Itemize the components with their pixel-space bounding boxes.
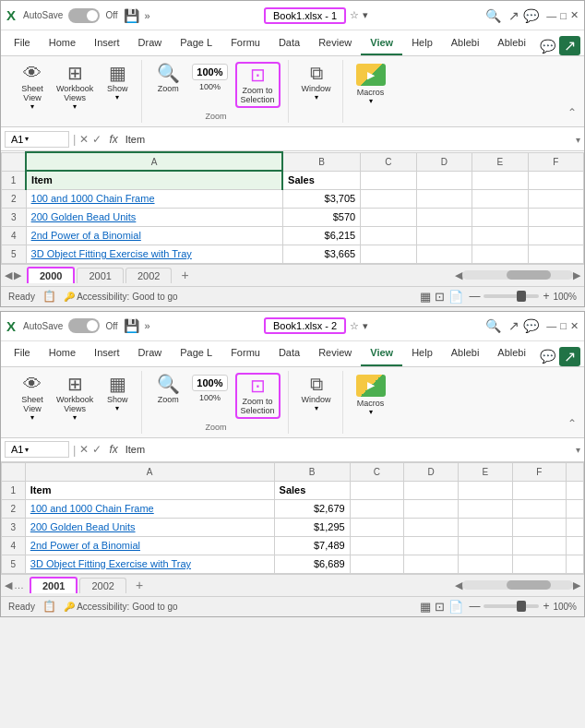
col-c-header-2[interactable]: C xyxy=(350,462,404,481)
share-icon-2[interactable]: ↗ xyxy=(508,318,519,333)
save-icon-2[interactable]: 💾 xyxy=(124,318,139,333)
maximize-btn[interactable]: □ xyxy=(560,10,567,21)
tab-formulas[interactable]: Formu xyxy=(221,30,269,55)
cell-f2[interactable] xyxy=(528,189,583,208)
page-break-view-icon-2[interactable]: ⊡ xyxy=(435,600,445,614)
cell-2-a5[interactable]: 3D Object Fitting Exercise with Tray xyxy=(25,555,274,573)
col-a-header-2[interactable]: A xyxy=(25,462,274,481)
share-icon[interactable]: ↗ xyxy=(508,8,519,23)
horizontal-scrollbar-2[interactable] xyxy=(462,580,573,590)
tab-insert[interactable]: Insert xyxy=(85,30,129,55)
autosave-toggle-2[interactable] xyxy=(68,318,100,333)
cell-2-f3[interactable] xyxy=(512,518,567,536)
zoom-track[interactable] xyxy=(484,294,539,298)
cell-d1[interactable] xyxy=(416,171,472,189)
cell-mode-icon-2[interactable]: 📋 xyxy=(42,600,56,613)
cell-f4[interactable] xyxy=(528,226,583,245)
close-btn-2[interactable]: ✕ xyxy=(570,320,579,332)
tab-ablebi-2[interactable]: Ablebi xyxy=(488,30,535,55)
tab-back-icon[interactable]: ◀ xyxy=(5,579,12,591)
cell-2-b5[interactable]: $6,689 xyxy=(274,555,350,573)
cell-mode-icon[interactable]: 📋 xyxy=(42,290,56,303)
tab-ellipsis[interactable]: … xyxy=(14,579,24,591)
zoom-plus-btn[interactable]: + xyxy=(543,290,549,303)
col-a-header[interactable]: A xyxy=(26,152,282,171)
cell-2-c4[interactable] xyxy=(350,536,404,555)
cell-2-d5[interactable] xyxy=(404,555,459,573)
macros-button-2[interactable]: ▶ Macros ▾ xyxy=(352,373,389,418)
tab-draw[interactable]: Draw xyxy=(129,30,172,55)
cell-2-d2[interactable] xyxy=(404,499,459,518)
cell-2-c3[interactable] xyxy=(350,518,404,536)
zoom-to-selection-button[interactable]: ⊡ Zoom toSelection xyxy=(235,62,281,108)
cell-2-b3[interactable]: $1,295 xyxy=(274,518,350,536)
macros-button[interactable]: ▶ Macros ▾ xyxy=(352,62,389,107)
cell-e4[interactable] xyxy=(472,226,528,245)
tab-view-2[interactable]: View xyxy=(361,341,402,366)
col-b-header[interactable]: B xyxy=(282,152,361,171)
ribbon-share-icon-2[interactable]: ↗ xyxy=(559,347,580,366)
cell-d5[interactable] xyxy=(416,245,472,263)
cell-2-a3[interactable]: 200 Golden Bead Units xyxy=(25,518,274,536)
cell-b4[interactable]: $6,215 xyxy=(282,226,361,245)
page-layout-view-icon-2[interactable]: 📄 xyxy=(448,600,463,614)
cell-2-d1[interactable] xyxy=(404,481,459,499)
sheet-view-button[interactable]: 👁 SheetView ▾ xyxy=(16,62,49,113)
cell-a2[interactable]: 100 and 1000 Chain Frame xyxy=(26,189,282,208)
cell-c3[interactable] xyxy=(361,208,416,226)
tab-page-layout[interactable]: Page L xyxy=(171,30,221,55)
cell-2-e2[interactable] xyxy=(458,499,512,518)
more-commands-icon[interactable]: » xyxy=(145,10,150,21)
ribbon-collapse-btn[interactable]: ⌃ xyxy=(567,106,577,123)
cell-2-e1[interactable] xyxy=(458,481,512,499)
ribbon-collapse-btn-2[interactable]: ⌃ xyxy=(567,417,577,434)
zoom-100-button-2[interactable]: 100% 100% xyxy=(188,373,231,404)
cell-f3[interactable] xyxy=(528,208,583,226)
cell-b1[interactable]: Sales xyxy=(282,171,361,189)
zoom-percentage-1[interactable]: 100% xyxy=(553,292,577,302)
sheet-tab-2002-w2[interactable]: 2002 xyxy=(79,578,125,593)
more-commands-icon-2[interactable]: » xyxy=(145,320,150,331)
col-f-header[interactable]: F xyxy=(528,152,583,171)
minimize-btn-2[interactable]: — xyxy=(546,320,556,331)
scroll-right-btn-2[interactable]: ▶ xyxy=(573,579,580,591)
cell-reference-1[interactable]: A1 ▾ xyxy=(5,131,69,148)
confirm-formula-icon[interactable]: ✓ xyxy=(92,133,101,146)
sheet-tab-2000[interactable]: 2000 xyxy=(27,267,75,283)
cell-e5[interactable] xyxy=(472,245,528,263)
zoom-minus-btn-2[interactable]: — xyxy=(469,600,480,613)
cell-2-f2[interactable] xyxy=(512,499,567,518)
tab-review[interactable]: Review xyxy=(309,30,361,55)
page-layout-view-icon[interactable]: 📄 xyxy=(448,290,463,304)
cell-c5[interactable] xyxy=(361,245,416,263)
tab-file[interactable]: File xyxy=(5,30,40,55)
cell-2-e4[interactable] xyxy=(458,536,512,555)
maximize-btn-2[interactable]: □ xyxy=(560,320,567,331)
cell-b2[interactable]: $3,705 xyxy=(282,189,361,208)
cell-e3[interactable] xyxy=(472,208,528,226)
sheet-tab-2002[interactable]: 2002 xyxy=(125,268,172,283)
cell-2-a1[interactable]: Item xyxy=(25,481,274,499)
tab-ablebi-1-2[interactable]: Ablebi xyxy=(442,341,489,366)
tab-insert-2[interactable]: Insert xyxy=(85,341,129,366)
sheet-tab-2001-w2[interactable]: 2001 xyxy=(30,577,78,593)
cell-2-d3[interactable] xyxy=(404,518,459,536)
cell-2-b4[interactable]: $7,489 xyxy=(274,536,350,555)
zoom-button-2[interactable]: 🔍 Zoom xyxy=(151,373,185,406)
comments-icon[interactable]: 💬 xyxy=(523,8,539,23)
cancel-formula-icon[interactable]: ✕ xyxy=(79,133,89,146)
title-arrow-icon[interactable]: ▾ xyxy=(363,9,368,21)
tab-help-2[interactable]: Help xyxy=(402,341,442,366)
autosave-toggle[interactable] xyxy=(68,8,100,23)
window-button-2[interactable]: ⧉ Window ▾ xyxy=(298,373,335,414)
col-e-header[interactable]: E xyxy=(472,152,528,171)
tab-draw-2[interactable]: Draw xyxy=(129,341,172,366)
sheet-view-button-2[interactable]: 👁 SheetView ▾ xyxy=(16,373,49,424)
cell-a5[interactable]: 3D Object Fitting Exercise with Tray xyxy=(26,245,282,263)
cell-2-d4[interactable] xyxy=(404,536,459,555)
tab-prev-icon[interactable]: ◀ xyxy=(5,269,12,281)
cell-2-e3[interactable] xyxy=(458,518,512,536)
horizontal-scrollbar[interactable] xyxy=(462,270,573,280)
tab-view[interactable]: View xyxy=(361,30,402,55)
normal-view-icon[interactable]: ▦ xyxy=(420,290,431,304)
